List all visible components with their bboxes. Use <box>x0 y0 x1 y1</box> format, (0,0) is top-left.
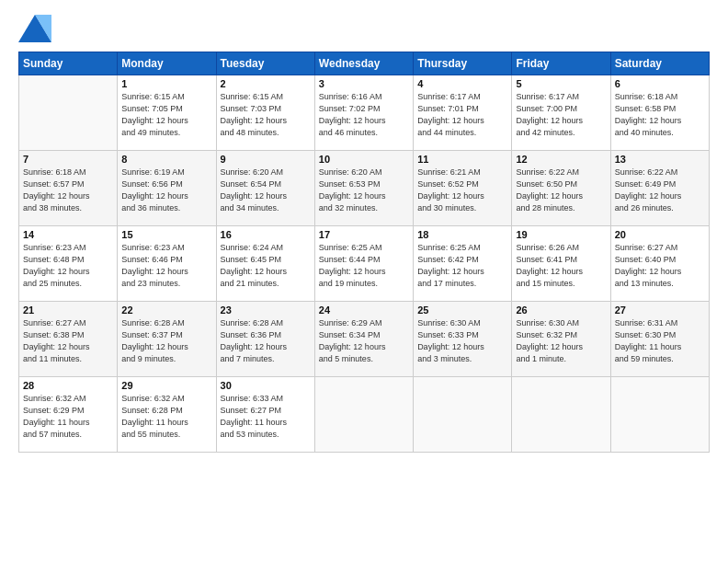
calendar-cell: 8Sunrise: 6:19 AM Sunset: 6:56 PM Daylig… <box>118 151 216 226</box>
day-number: 15 <box>121 229 211 240</box>
day-number: 22 <box>121 304 211 316</box>
day-number: 24 <box>319 304 409 316</box>
day-number: 25 <box>417 304 507 316</box>
day-info: Sunrise: 6:33 AM Sunset: 6:27 PM Dayligh… <box>221 393 311 441</box>
day-number: 20 <box>615 229 705 240</box>
day-number: 11 <box>417 154 507 165</box>
day-info: Sunrise: 6:17 AM Sunset: 7:01 PM Dayligh… <box>417 91 507 139</box>
day-number: 21 <box>23 304 113 316</box>
day-number: 5 <box>516 78 606 89</box>
calendar-cell: 1Sunrise: 6:15 AM Sunset: 7:05 PM Daylig… <box>118 75 216 151</box>
day-info: Sunrise: 6:23 AM Sunset: 6:46 PM Dayligh… <box>121 242 211 290</box>
calendar-cell: 30Sunrise: 6:33 AM Sunset: 6:27 PM Dayli… <box>216 377 314 453</box>
day-number: 23 <box>221 304 311 316</box>
day-number: 8 <box>121 154 211 165</box>
day-info: Sunrise: 6:27 AM Sunset: 6:40 PM Dayligh… <box>615 242 705 290</box>
page: SundayMondayTuesdayWednesdayThursdayFrid… <box>0 0 728 563</box>
calendar-cell: 26Sunrise: 6:30 AM Sunset: 6:32 PM Dayli… <box>512 302 610 377</box>
header <box>18 15 710 42</box>
calendar-cell: 27Sunrise: 6:31 AM Sunset: 6:30 PM Dayli… <box>610 302 709 377</box>
day-number: 28 <box>23 380 113 391</box>
calendar-table: SundayMondayTuesdayWednesdayThursdayFrid… <box>18 52 710 453</box>
day-info: Sunrise: 6:22 AM Sunset: 6:49 PM Dayligh… <box>615 167 705 214</box>
day-info: Sunrise: 6:25 AM Sunset: 6:42 PM Dayligh… <box>417 242 507 290</box>
day-number: 10 <box>319 154 409 165</box>
day-number: 13 <box>615 154 705 165</box>
calendar-cell: 11Sunrise: 6:21 AM Sunset: 6:52 PM Dayli… <box>414 151 512 226</box>
calendar-cell: 23Sunrise: 6:28 AM Sunset: 6:36 PM Dayli… <box>216 302 314 377</box>
day-number: 12 <box>516 154 606 165</box>
calendar-cell <box>414 377 512 453</box>
day-number: 3 <box>319 78 409 89</box>
calendar-week-row: 7Sunrise: 6:18 AM Sunset: 6:57 PM Daylig… <box>19 151 710 226</box>
day-info: Sunrise: 6:29 AM Sunset: 6:34 PM Dayligh… <box>319 317 409 365</box>
day-info: Sunrise: 6:18 AM Sunset: 6:57 PM Dayligh… <box>23 167 113 214</box>
calendar-cell <box>314 377 413 453</box>
calendar-weekday-monday: Monday <box>118 52 216 75</box>
calendar-weekday-thursday: Thursday <box>414 52 512 75</box>
calendar-cell: 12Sunrise: 6:22 AM Sunset: 6:50 PM Dayli… <box>512 151 610 226</box>
day-info: Sunrise: 6:16 AM Sunset: 7:02 PM Dayligh… <box>319 91 409 139</box>
calendar-cell: 18Sunrise: 6:25 AM Sunset: 6:42 PM Dayli… <box>414 226 512 302</box>
calendar-cell: 19Sunrise: 6:26 AM Sunset: 6:41 PM Dayli… <box>512 226 610 302</box>
day-info: Sunrise: 6:27 AM Sunset: 6:38 PM Dayligh… <box>23 317 113 365</box>
calendar-week-row: 1Sunrise: 6:15 AM Sunset: 7:05 PM Daylig… <box>19 75 710 151</box>
calendar-weekday-wednesday: Wednesday <box>314 52 413 75</box>
day-info: Sunrise: 6:15 AM Sunset: 7:03 PM Dayligh… <box>221 91 311 139</box>
calendar-weekday-sunday: Sunday <box>19 52 118 75</box>
day-info: Sunrise: 6:23 AM Sunset: 6:48 PM Dayligh… <box>23 242 113 290</box>
day-number: 4 <box>417 78 507 89</box>
day-number: 9 <box>221 154 311 165</box>
calendar-header-row: SundayMondayTuesdayWednesdayThursdayFrid… <box>19 52 710 75</box>
logo-icon <box>18 15 51 42</box>
calendar-cell: 17Sunrise: 6:25 AM Sunset: 6:44 PM Dayli… <box>314 226 413 302</box>
calendar-week-row: 28Sunrise: 6:32 AM Sunset: 6:29 PM Dayli… <box>19 377 710 453</box>
day-number: 6 <box>615 78 705 89</box>
day-info: Sunrise: 6:22 AM Sunset: 6:50 PM Dayligh… <box>516 167 606 214</box>
day-info: Sunrise: 6:20 AM Sunset: 6:54 PM Dayligh… <box>221 167 311 214</box>
logo <box>18 15 55 42</box>
day-info: Sunrise: 6:31 AM Sunset: 6:30 PM Dayligh… <box>615 317 705 365</box>
day-number: 18 <box>417 229 507 240</box>
calendar-cell: 16Sunrise: 6:24 AM Sunset: 6:45 PM Dayli… <box>216 226 314 302</box>
day-info: Sunrise: 6:20 AM Sunset: 6:53 PM Dayligh… <box>319 167 409 214</box>
day-number: 26 <box>516 304 606 316</box>
calendar-week-row: 14Sunrise: 6:23 AM Sunset: 6:48 PM Dayli… <box>19 226 710 302</box>
calendar-cell: 28Sunrise: 6:32 AM Sunset: 6:29 PM Dayli… <box>19 377 118 453</box>
calendar-cell <box>19 75 118 151</box>
calendar-cell <box>610 377 709 453</box>
calendar-cell: 5Sunrise: 6:17 AM Sunset: 7:00 PM Daylig… <box>512 75 610 151</box>
day-number: 16 <box>221 229 311 240</box>
day-info: Sunrise: 6:18 AM Sunset: 6:58 PM Dayligh… <box>615 91 705 139</box>
calendar-cell <box>512 377 610 453</box>
calendar-cell: 15Sunrise: 6:23 AM Sunset: 6:46 PM Dayli… <box>118 226 216 302</box>
day-info: Sunrise: 6:30 AM Sunset: 6:33 PM Dayligh… <box>417 317 507 365</box>
day-info: Sunrise: 6:28 AM Sunset: 6:37 PM Dayligh… <box>121 317 211 365</box>
day-info: Sunrise: 6:32 AM Sunset: 6:29 PM Dayligh… <box>23 393 113 441</box>
day-number: 27 <box>615 304 705 316</box>
day-info: Sunrise: 6:25 AM Sunset: 6:44 PM Dayligh… <box>319 242 409 290</box>
day-info: Sunrise: 6:26 AM Sunset: 6:41 PM Dayligh… <box>516 242 606 290</box>
calendar-weekday-friday: Friday <box>512 52 610 75</box>
day-number: 19 <box>516 229 606 240</box>
day-number: 1 <box>121 78 211 89</box>
calendar-cell: 25Sunrise: 6:30 AM Sunset: 6:33 PM Dayli… <box>414 302 512 377</box>
calendar-cell: 2Sunrise: 6:15 AM Sunset: 7:03 PM Daylig… <box>216 75 314 151</box>
calendar-weekday-saturday: Saturday <box>610 52 709 75</box>
calendar-cell: 7Sunrise: 6:18 AM Sunset: 6:57 PM Daylig… <box>19 151 118 226</box>
day-info: Sunrise: 6:30 AM Sunset: 6:32 PM Dayligh… <box>516 317 606 365</box>
calendar-cell: 14Sunrise: 6:23 AM Sunset: 6:48 PM Dayli… <box>19 226 118 302</box>
calendar-cell: 9Sunrise: 6:20 AM Sunset: 6:54 PM Daylig… <box>216 151 314 226</box>
calendar-cell: 13Sunrise: 6:22 AM Sunset: 6:49 PM Dayli… <box>610 151 709 226</box>
day-number: 2 <box>221 78 311 89</box>
calendar-cell: 24Sunrise: 6:29 AM Sunset: 6:34 PM Dayli… <box>314 302 413 377</box>
day-info: Sunrise: 6:24 AM Sunset: 6:45 PM Dayligh… <box>221 242 311 290</box>
day-info: Sunrise: 6:28 AM Sunset: 6:36 PM Dayligh… <box>221 317 311 365</box>
calendar-cell: 3Sunrise: 6:16 AM Sunset: 7:02 PM Daylig… <box>314 75 413 151</box>
day-info: Sunrise: 6:32 AM Sunset: 6:28 PM Dayligh… <box>121 393 211 441</box>
calendar-cell: 29Sunrise: 6:32 AM Sunset: 6:28 PM Dayli… <box>118 377 216 453</box>
day-number: 17 <box>319 229 409 240</box>
calendar-cell: 4Sunrise: 6:17 AM Sunset: 7:01 PM Daylig… <box>414 75 512 151</box>
day-info: Sunrise: 6:19 AM Sunset: 6:56 PM Dayligh… <box>121 167 211 214</box>
day-info: Sunrise: 6:21 AM Sunset: 6:52 PM Dayligh… <box>417 167 507 214</box>
